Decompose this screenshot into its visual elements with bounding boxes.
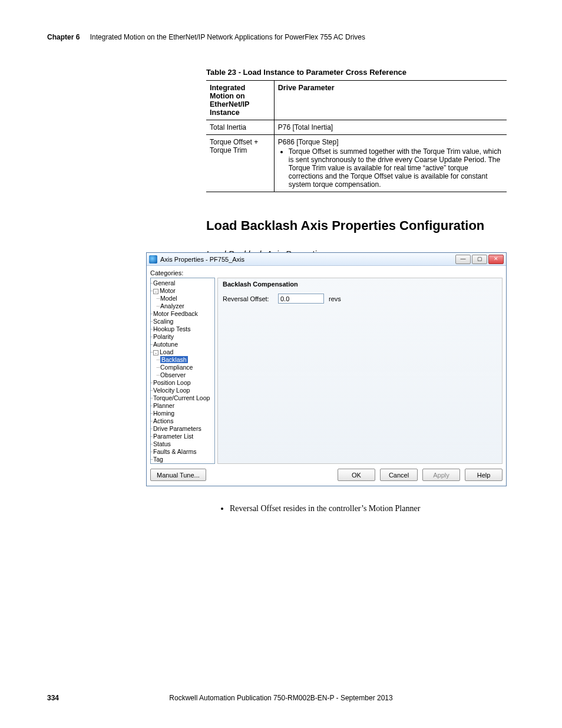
tree-item-parameter-list[interactable]: Parameter List <box>153 433 214 440</box>
tree-item-actions[interactable]: Actions <box>153 417 214 425</box>
collapse-icon[interactable]: - <box>153 289 158 294</box>
minimize-button[interactable]: — <box>455 255 471 264</box>
reversal-offset-input[interactable] <box>278 294 324 304</box>
table-header-parameter: Drive Parameter <box>274 81 507 120</box>
tree-item-motor-feedback[interactable]: Motor Feedback <box>153 310 214 318</box>
body-bullet-list: Reversal Offset resides in the controlle… <box>218 504 507 513</box>
chapter-title: Integrated Motion on the EtherNet/IP Net… <box>90 33 365 41</box>
table-row: Total Inertia P76 [Total Inertia] <box>206 120 507 135</box>
cell-instance: Total Inertia <box>206 120 274 135</box>
tree-item-general[interactable]: General <box>153 279 214 287</box>
tree-item-drive-parameters[interactable]: Drive Parameters <box>153 425 214 433</box>
body-bullet: Reversal Offset resides in the controlle… <box>230 504 507 513</box>
tree-item-analyzer[interactable]: Analyzer <box>160 302 214 310</box>
tree-item-status[interactable]: Status <box>153 440 214 448</box>
tree-item-autotune[interactable]: Autotune <box>153 341 214 348</box>
cell-parameter-head: P686 [Torque Step] <box>278 138 503 146</box>
cell-parameter: P76 [Total Inertia] <box>274 120 507 135</box>
app-icon <box>149 255 157 263</box>
cancel-button[interactable]: Cancel <box>380 469 418 481</box>
tree-item-torque-current-loop[interactable]: Torque/Current Loop <box>153 394 214 402</box>
tree-item-hookup-tests[interactable]: Hookup Tests <box>153 325 214 333</box>
reversal-offset-label: Reversal Offset: <box>223 295 273 302</box>
tree-item-observer[interactable]: Observer <box>160 371 214 379</box>
tree-item-backlash[interactable]: Backlash <box>160 356 214 364</box>
categories-label: Categories: <box>150 269 503 276</box>
tree-item-homing[interactable]: Homing <box>153 410 214 417</box>
cross-reference-table: Integrated Motion on EtherNet/IP Instanc… <box>206 80 507 192</box>
window-title: Axis Properties - PF755_Axis <box>160 256 455 263</box>
tree-item-position-loop[interactable]: Position Loop <box>153 379 214 387</box>
chapter-label: Chapter 6 <box>47 33 80 41</box>
page-number: 334 <box>47 694 59 702</box>
table-header-instance: Integrated Motion on EtherNet/IP Instanc… <box>206 81 274 120</box>
cell-parameter-bullet: Torque Offset is summed together with th… <box>289 147 503 189</box>
publication-info: Rockwell Automation Publication 750-RM00… <box>0 694 562 702</box>
tree-item-faults-alarms[interactable]: Faults & Alarms <box>153 448 214 456</box>
categories-tree[interactable]: General -Motor Model Analyzer Motor Feed… <box>150 278 215 464</box>
apply-button[interactable]: Apply <box>422 469 460 481</box>
tree-item-compliance[interactable]: Compliance <box>160 364 214 371</box>
page-footer: 334 Rockwell Automation Publication 750-… <box>0 694 562 702</box>
properties-pane: Backlash Compensation Reversal Offset: r… <box>217 278 503 464</box>
section-title: Load Backlash Axis Properties Configurat… <box>206 218 507 233</box>
tree-item-load[interactable]: -Load Backlash Compliance Observer <box>153 348 214 379</box>
table-row: Torque Offset + Torque Trim P686 [Torque… <box>206 135 507 192</box>
pane-heading: Backlash Compensation <box>223 281 497 288</box>
tree-item-model[interactable]: Model <box>160 295 214 302</box>
manual-tune-button[interactable]: Manual Tune... <box>150 469 206 481</box>
table-caption: Table 23 - Load Instance to Parameter Cr… <box>206 68 507 77</box>
reversal-offset-unit: revs <box>329 295 341 302</box>
ok-button[interactable]: OK <box>338 469 375 481</box>
tree-item-polarity[interactable]: Polarity <box>153 333 214 341</box>
tree-item-velocity-loop[interactable]: Velocity Loop <box>153 387 214 394</box>
tree-item-planner[interactable]: Planner <box>153 402 214 410</box>
tree-item-motor[interactable]: -Motor Model Analyzer <box>153 287 214 310</box>
tree-item-scaling[interactable]: Scaling <box>153 318 214 325</box>
window-titlebar[interactable]: Axis Properties - PF755_Axis — ▢ ✕ <box>147 253 506 266</box>
axis-properties-window: Axis Properties - PF755_Axis — ▢ ✕ Categ… <box>146 252 507 486</box>
cell-instance: Torque Offset + Torque Trim <box>206 135 274 192</box>
help-button[interactable]: Help <box>465 469 503 481</box>
page-header: Chapter 6 Integrated Motion on the Ether… <box>47 33 515 41</box>
cell-parameter: P686 [Torque Step] Torque Offset is summ… <box>274 135 507 192</box>
tree-item-tag[interactable]: Tag <box>153 456 214 463</box>
close-button[interactable]: ✕ <box>488 255 504 264</box>
collapse-icon[interactable]: - <box>153 350 158 355</box>
maximize-button[interactable]: ▢ <box>472 255 487 264</box>
